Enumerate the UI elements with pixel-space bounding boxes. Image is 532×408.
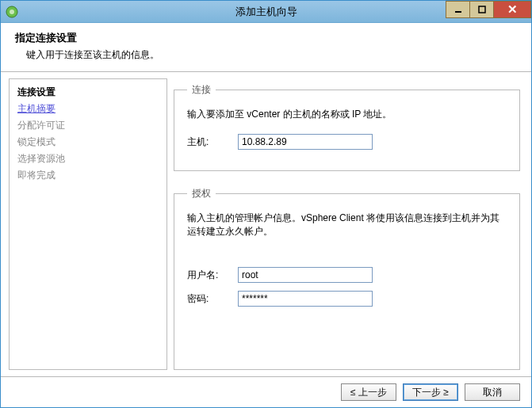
- step-ready-complete: 即将完成: [17, 169, 159, 182]
- window-controls: ✕: [446, 1, 531, 18]
- step-connection-settings[interactable]: 连接设置: [17, 86, 159, 99]
- maximize-button[interactable]: [469, 1, 493, 18]
- header-title: 指定连接设置: [15, 31, 517, 45]
- svg-point-1: [10, 10, 14, 14]
- cancel-button[interactable]: 取消: [465, 383, 520, 401]
- titlebar: 添加主机向导 ✕: [1, 1, 531, 23]
- header-description: 键入用于连接至该主机的信息。: [26, 48, 517, 62]
- back-button[interactable]: ≤ 上一步: [341, 383, 396, 401]
- host-label: 主机:: [187, 135, 238, 149]
- wizard-window: 添加主机向导 ✕ 指定连接设置 键入用于连接至该主机的信息。 连接设置 主机摘要…: [0, 0, 532, 408]
- connection-legend: 连接: [187, 83, 216, 97]
- auth-group: 授权 输入主机的管理帐户信息。vSphere Client 将使用该信息连接到主…: [174, 187, 520, 370]
- auth-description: 输入主机的管理帐户信息。vSphere Client 将使用该信息连接到主机并为…: [187, 212, 507, 238]
- step-lockdown-mode: 锁定模式: [17, 135, 159, 149]
- svg-rect-3: [479, 6, 485, 13]
- auth-legend: 授权: [187, 187, 216, 200]
- host-row: 主机:: [187, 134, 507, 150]
- next-button[interactable]: 下一步 ≥: [403, 383, 458, 401]
- minimize-button[interactable]: [446, 1, 469, 18]
- wizard-main: 连接 输入要添加至 vCenter 的主机的名称或 IP 地址。 主机: 授权 …: [174, 78, 523, 370]
- password-row: 密码:: [187, 291, 507, 307]
- password-label: 密码:: [187, 292, 238, 306]
- host-input[interactable]: [238, 134, 373, 150]
- window-title: 添加主机向导: [235, 5, 297, 19]
- step-host-summary[interactable]: 主机摘要: [17, 102, 159, 116]
- connection-description: 输入要添加至 vCenter 的主机的名称或 IP 地址。: [187, 108, 507, 121]
- username-label: 用户名:: [187, 269, 238, 282]
- connection-group: 连接 输入要添加至 vCenter 的主机的名称或 IP 地址。 主机:: [174, 83, 520, 171]
- wizard-steps-sidebar: 连接设置 主机摘要 分配许可证 锁定模式 选择资源池 即将完成: [9, 78, 167, 370]
- step-resource-pool: 选择资源池: [17, 152, 159, 166]
- step-assign-license: 分配许可证: [17, 119, 159, 132]
- username-row: 用户名:: [187, 267, 507, 283]
- username-input[interactable]: [238, 267, 373, 283]
- wizard-footer: ≤ 上一步 下一步 ≥ 取消: [1, 376, 531, 407]
- close-button[interactable]: ✕: [493, 1, 531, 18]
- wizard-body: 连接设置 主机摘要 分配许可证 锁定模式 选择资源池 即将完成 连接 输入要添加…: [1, 72, 531, 376]
- password-input[interactable]: [238, 291, 373, 307]
- svg-rect-2: [455, 11, 461, 13]
- app-icon: [6, 6, 18, 18]
- wizard-header: 指定连接设置 键入用于连接至该主机的信息。: [1, 23, 531, 72]
